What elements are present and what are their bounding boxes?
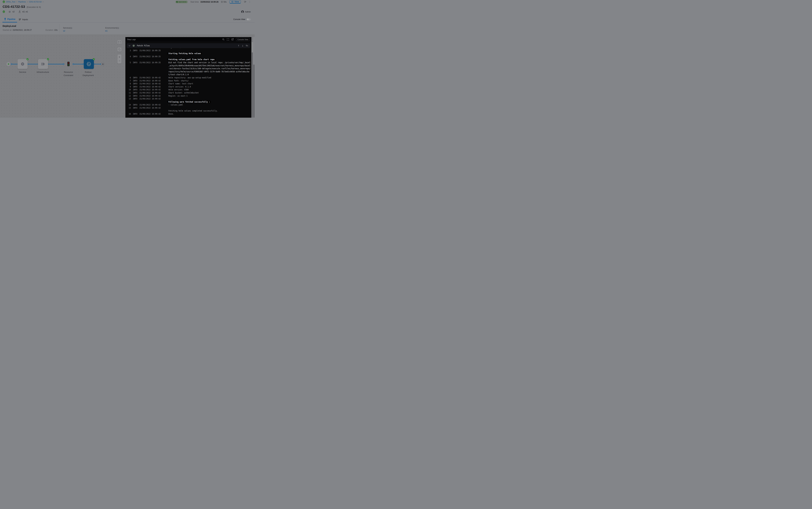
chevron-down-icon[interactable] — [128, 45, 131, 46]
edge — [73, 64, 83, 64]
stage-services: Service(s) s2 — [63, 27, 72, 32]
scroll-down-icon[interactable]: ↓ — [242, 44, 244, 47]
log-message: Region: us-east-1 — [169, 94, 251, 98]
selection-icon — [118, 48, 120, 50]
log-line-number: 16 — [127, 112, 131, 115]
breadcrumb-project[interactable]: CFDs_Test — [6, 1, 15, 3]
log-line-number: 6 — [127, 76, 131, 79]
log-message: Done. — [169, 112, 251, 115]
log-message: Chart name: test-chart — [169, 82, 251, 85]
breadcrumb-pipelines[interactable]: Pipelines — [19, 1, 26, 3]
stage-summary: DeployLocal Started at: 15/09/2022, 16:0… — [0, 23, 255, 35]
log-timestamp: 15/09/2022 16:09:42 — [139, 82, 161, 85]
log-line-number: 15 — [127, 106, 131, 109]
log-line-number: 11 — [127, 91, 131, 94]
fit-to-screen-button[interactable] — [117, 47, 121, 52]
log-message: Following were fetched successfully : — [169, 97, 251, 103]
expand-logs-icon[interactable] — [227, 38, 229, 40]
log-line: 10INFO15/09/2022 16:09:42Helm version: V… — [125, 88, 251, 91]
success-check-icon — [27, 58, 29, 60]
environments-label: Environment(s) — [105, 27, 119, 29]
log-line: 5INFO15/09/2022 16:09:35Did not find the… — [125, 61, 251, 76]
node-infrastructure[interactable] — [38, 59, 48, 69]
log-message: Starting fetching Helm values — [169, 49, 251, 55]
log-level: INFO — [133, 94, 138, 98]
log-section-fetch-files[interactable]: Fetch Files ↑ ↓ 9s — [127, 43, 250, 48]
tab-pipeline[interactable]: Pipeline — [2, 16, 17, 23]
log-timestamp: 15/09/2022 16:09:42 — [139, 97, 161, 100]
log-timestamp: 15/09/2022 16:09:42 — [139, 94, 161, 98]
page-scrollbar-thumb[interactable] — [253, 65, 255, 118]
rollout-icon — [86, 62, 91, 66]
harness-logo-icon: ∞ — [3, 0, 5, 3]
play-icon — [8, 63, 9, 65]
fullscreen-icon — [118, 41, 120, 43]
log-timestamp: 15/09/2022 16:09:35 — [139, 49, 161, 52]
elapsed-value: 59s — [223, 1, 227, 3]
success-check-icon — [47, 58, 49, 60]
breadcrumb-pipeline-name[interactable]: CDS-41722-S3 — [29, 1, 42, 3]
start-node[interactable] — [6, 62, 11, 66]
log-message: Chart version: 0.1.0 — [169, 85, 251, 89]
stage-name: DeployLocal — [3, 25, 16, 27]
stop-icon — [102, 63, 104, 65]
meta-row: ∞ ⚙ s2 e2, e1 — [3, 10, 28, 13]
edge — [11, 64, 18, 64]
edge — [47, 64, 64, 64]
log-section-controls: ↑ ↓ 9s — [238, 44, 248, 47]
stage-started: Started at: 15/09/2022, 16:09:27 — [3, 29, 32, 31]
log-line: 8INFO15/09/2022 16:09:42Chart name: test… — [125, 82, 251, 85]
node-rollout-deployment[interactable] — [84, 59, 94, 69]
console-view-label: Console View — [233, 18, 245, 21]
search-icon[interactable] — [222, 38, 224, 40]
log-timestamp: 15/09/2022 16:09:42 — [139, 106, 161, 109]
console-view-button[interactable]: Console View — [236, 38, 250, 41]
log-message: Fetching values.yaml from helm chart rep… — [169, 55, 251, 61]
status-label: SUCCESS — [179, 1, 186, 3]
scroll-up-icon[interactable]: ↑ — [238, 44, 239, 47]
log-line: 6INFO15/09/2022 16:09:42Helm repository:… — [125, 76, 251, 79]
zoom-in-button[interactable]: + — [119, 56, 120, 58]
tab-inputs[interactable]: Inputs — [17, 16, 30, 23]
log-line: 16INFO15/09/2022 16:09:42Done. — [125, 112, 251, 115]
log-level: INFO — [133, 112, 138, 115]
meta-environments-value: e2, e1 — [23, 10, 28, 13]
success-check-icon — [93, 58, 95, 60]
log-line: 15INFO15/09/2022 16:09:42 Fetching helm … — [125, 106, 251, 112]
service-gear-icon: ⚙ — [9, 10, 11, 13]
fullscreen-button[interactable] — [117, 40, 121, 44]
console-view-toggle-wrap: Console View — [233, 16, 251, 23]
check-circle-icon — [176, 1, 178, 3]
open-in-new-icon[interactable] — [231, 38, 233, 40]
inputs-icon — [19, 18, 21, 21]
step-duration: 9s — [246, 44, 248, 47]
view-button[interactable]: View — [229, 0, 241, 4]
log-level: INFO — [133, 91, 138, 94]
services-value[interactable]: s2 — [63, 30, 72, 32]
log-message: Chart bucket: achhelmbucket — [169, 91, 251, 94]
node-resource-constraint[interactable] — [67, 62, 70, 66]
meta-service-value: s2 — [12, 10, 14, 13]
edge — [94, 64, 101, 64]
log-section-title: Fetch Files — [137, 44, 150, 47]
log-scrollbar-thumb[interactable] — [252, 52, 253, 118]
log-line: 13INFO15/09/2022 16:09:42 Following were… — [125, 97, 251, 103]
log-scroll-area[interactable]: Fetch Files ↑ ↓ 9s m getInfo )3INFO15/09… — [125, 42, 251, 118]
kebab-menu-icon[interactable]: ⋮ — [249, 1, 251, 2]
node-service[interactable]: ⚙ — [17, 59, 28, 69]
log-level: INFO — [133, 79, 138, 82]
log-line: 3INFO15/09/2022 16:09:35 Starting fetchi… — [125, 49, 251, 55]
zoom-panel: + − — [117, 55, 121, 64]
tab-pipeline-label: Pipeline — [7, 18, 15, 20]
node-infrastructure-label: Infrastructure — [33, 71, 52, 74]
zoom-out-button[interactable]: − — [119, 60, 120, 62]
log-line-number: 4 — [127, 55, 131, 58]
infrastructure-icon — [41, 62, 45, 66]
log-toolbar: Console View — [222, 38, 250, 41]
log-timestamp: 15/09/2022 16:09:42 — [139, 76, 161, 79]
user-chip[interactable]: Admin — [241, 10, 251, 13]
log-line-number: 3 — [127, 49, 131, 52]
console-view-toggle[interactable] — [247, 19, 251, 21]
refresh-icon[interactable]: ⟳ — [244, 0, 246, 3]
environments-value[interactable]: e1 — [105, 30, 119, 32]
